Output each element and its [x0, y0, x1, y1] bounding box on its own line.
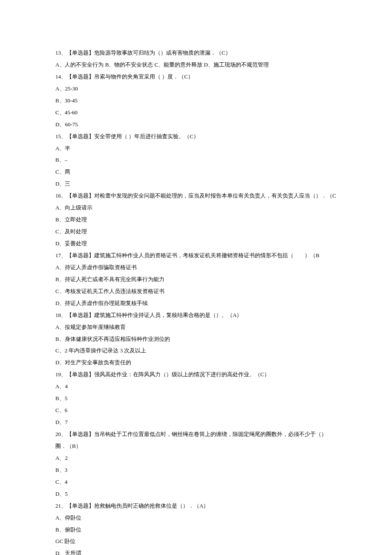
text-line: D、妥善处理 — [55, 238, 337, 250]
text-line: B、3 — [55, 464, 337, 476]
text-line: GC 卧位 — [55, 535, 337, 547]
exam-document: 13、【单选题】危险源导致事故可归结为（）或有害物质的泄漏．（C）A、人的不安全… — [55, 47, 337, 555]
text-line: C、2 年内违章操作记录达 3 次及以上 — [55, 345, 337, 357]
text-line: 19、【单选题】强风高处作业：在阵风风力（）级以上的情况下进行的高处作业。（C） — [55, 369, 337, 381]
text-line: B、5 — [55, 392, 337, 404]
text-line: D、无所谓 — [55, 547, 337, 555]
text-line: C、45-60 — [55, 107, 337, 119]
text-line: D、7 — [55, 416, 337, 428]
text-line: 14、【单选题】吊索与物件的夹角宜采用（ ）度．（C） — [55, 71, 337, 83]
text-line: A、4 — [55, 381, 337, 392]
text-line: C、6 — [55, 404, 337, 416]
text-line: B、30-45 — [55, 95, 337, 107]
text-line: B、俯卧位 — [55, 524, 337, 536]
text-line: A、仰卧位 — [55, 512, 337, 524]
text-line: C、4 — [55, 476, 337, 488]
text-line: A、2 — [55, 452, 337, 464]
text-line: C、两 — [55, 166, 337, 178]
text-line: A、25-30 — [55, 83, 337, 95]
text-line: B、– — [55, 154, 337, 166]
text-line: C、及时处理 — [55, 226, 337, 238]
text-line: 20、【单选题】当吊钩处于工作位置最低点时，钢丝绳在卷筒上的缠绕，除固定绳尾的圈… — [55, 428, 337, 452]
text-line: A、半 — [55, 142, 337, 154]
text-line: 21、【单选题】抢救触电伤员时正确的抢救体位是（）．（A） — [55, 500, 337, 512]
text-line: D、5 — [55, 488, 337, 500]
text-line: A、向上级请示 — [55, 202, 337, 214]
text-line: B、持证人死亡或者不具有完全民事行为能力 — [55, 273, 337, 285]
text-line: 18、【单选题】建筑施工特种作业持证人员，复核结果合格的是（）。（A） — [55, 309, 337, 321]
text-line: D、持证人弄虚作假办理延期复核手续 — [55, 297, 337, 309]
text-line: D、三 — [55, 178, 337, 190]
text-line: B、立即处理 — [55, 214, 337, 226]
text-line: 13、【单选题】危险源导致事故可归结为（）或有害物质的泄漏．（C） — [55, 47, 337, 59]
text-line: A、人的不安全行为 B、物的不安全状态 C、能量的意外释放 D、施工现场的不规范… — [55, 59, 337, 71]
text-line: 16、【单选题】对检查中发现的安全问题不能处理的，应当及时报告本单位有关负责人，… — [55, 190, 337, 202]
text-line: A、按规定参加年度继续教育 — [55, 321, 337, 333]
text-line: 17、【单选题】建筑施工特种作业人员的资格证书，考核发证机关将撤销资格证书的情形… — [55, 250, 337, 262]
text-line: A、持证人弄虚作假骗取资格证书 — [55, 262, 337, 273]
text-line: D、对生产安全事故负有责任的 — [55, 357, 337, 369]
text-line: B、身体健康状况不再适应相应特种作业浏位的 — [55, 333, 337, 345]
text-line: D、60-75 — [55, 119, 337, 131]
text-line: 15、【单选题】安全带使用（ ）年后进行抽查实验。（C） — [55, 131, 337, 142]
text-line: C、考核发证机关工作人员违法核发资格证书 — [55, 285, 337, 297]
